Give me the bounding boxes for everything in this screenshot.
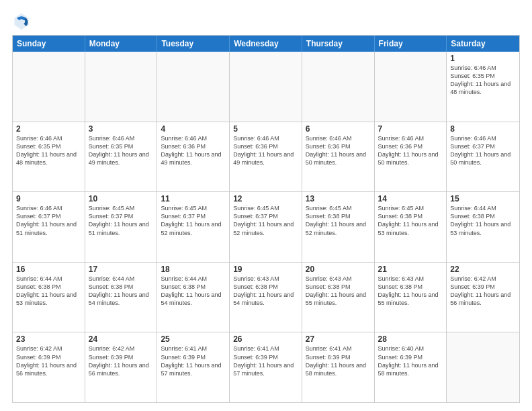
day-number: 14 bbox=[378, 194, 443, 203]
day-number: 27 bbox=[306, 334, 371, 344]
cell-info: Sunrise: 6:40 AM Sunset: 6:39 PM Dayligh… bbox=[378, 345, 443, 377]
day-number: 13 bbox=[306, 194, 371, 203]
cell-info: Sunrise: 6:46 AM Sunset: 6:35 PM Dayligh… bbox=[16, 134, 81, 167]
calendar-cell: 21Sunrise: 6:43 AM Sunset: 6:38 PM Dayli… bbox=[375, 263, 447, 332]
calendar-cell: 3Sunrise: 6:46 AM Sunset: 6:35 PM Daylig… bbox=[85, 122, 158, 192]
cell-info: Sunrise: 6:44 AM Sunset: 6:38 PM Dayligh… bbox=[16, 275, 81, 308]
calendar-cell: 10Sunrise: 6:45 AM Sunset: 6:37 PM Dayli… bbox=[85, 192, 158, 262]
day-number: 25 bbox=[161, 334, 226, 344]
calendar-cell: 25Sunrise: 6:41 AM Sunset: 6:39 PM Dayli… bbox=[157, 332, 230, 402]
cell-info: Sunrise: 6:45 AM Sunset: 6:38 PM Dayligh… bbox=[306, 204, 371, 237]
cell-info: Sunrise: 6:46 AM Sunset: 6:37 PM Dayligh… bbox=[450, 134, 516, 167]
cell-info: Sunrise: 6:46 AM Sunset: 6:35 PM Dayligh… bbox=[89, 134, 154, 167]
cell-info: Sunrise: 6:46 AM Sunset: 6:36 PM Dayligh… bbox=[161, 134, 226, 167]
calendar-cell bbox=[230, 52, 302, 122]
calendar-cell: 15Sunrise: 6:44 AM Sunset: 6:38 PM Dayli… bbox=[447, 192, 519, 262]
cell-info: Sunrise: 6:46 AM Sunset: 6:36 PM Dayligh… bbox=[306, 134, 371, 167]
calendar-cell: 22Sunrise: 6:42 AM Sunset: 6:39 PM Dayli… bbox=[447, 263, 519, 332]
cell-info: Sunrise: 6:44 AM Sunset: 6:38 PM Dayligh… bbox=[450, 204, 516, 237]
day-number: 18 bbox=[161, 265, 226, 274]
header-day-wednesday: Wednesday bbox=[230, 36, 302, 52]
cell-info: Sunrise: 6:46 AM Sunset: 6:36 PM Dayligh… bbox=[233, 134, 298, 167]
day-number: 22 bbox=[450, 265, 516, 274]
cell-info: Sunrise: 6:45 AM Sunset: 6:38 PM Dayligh… bbox=[378, 204, 443, 237]
day-number: 9 bbox=[16, 194, 81, 203]
cell-info: Sunrise: 6:42 AM Sunset: 6:39 PM Dayligh… bbox=[89, 345, 154, 377]
day-number: 15 bbox=[450, 194, 516, 203]
cell-info: Sunrise: 6:46 AM Sunset: 6:36 PM Dayligh… bbox=[378, 134, 443, 167]
calendar-cell: 14Sunrise: 6:45 AM Sunset: 6:38 PM Dayli… bbox=[375, 192, 447, 262]
day-number: 12 bbox=[233, 194, 298, 203]
header-day-thursday: Thursday bbox=[302, 36, 375, 52]
calendar: SundayMondayTuesdayWednesdayThursdayFrid… bbox=[12, 35, 520, 403]
calendar-cell: 7Sunrise: 6:46 AM Sunset: 6:36 PM Daylig… bbox=[375, 122, 447, 192]
day-number: 20 bbox=[306, 265, 371, 274]
day-number: 4 bbox=[161, 124, 226, 134]
logo bbox=[12, 12, 34, 31]
day-number: 26 bbox=[233, 334, 298, 344]
cell-info: Sunrise: 6:43 AM Sunset: 6:38 PM Dayligh… bbox=[378, 275, 443, 308]
day-number: 24 bbox=[89, 334, 154, 344]
calendar-cell: 6Sunrise: 6:46 AM Sunset: 6:36 PM Daylig… bbox=[302, 122, 375, 192]
calendar-cell: 23Sunrise: 6:42 AM Sunset: 6:39 PM Dayli… bbox=[13, 332, 85, 402]
calendar-cell: 5Sunrise: 6:46 AM Sunset: 6:36 PM Daylig… bbox=[230, 122, 302, 192]
cell-info: Sunrise: 6:45 AM Sunset: 6:37 PM Dayligh… bbox=[89, 204, 154, 237]
calendar-cell: 19Sunrise: 6:43 AM Sunset: 6:38 PM Dayli… bbox=[230, 263, 302, 332]
page: SundayMondayTuesdayWednesdayThursdayFrid… bbox=[0, 0, 532, 411]
day-number: 17 bbox=[89, 265, 154, 274]
day-number: 3 bbox=[89, 124, 154, 134]
day-number: 5 bbox=[233, 124, 298, 134]
header bbox=[12, 12, 520, 31]
day-number: 21 bbox=[378, 265, 443, 274]
calendar-cell: 18Sunrise: 6:44 AM Sunset: 6:38 PM Dayli… bbox=[157, 263, 230, 332]
calendar-cell: 4Sunrise: 6:46 AM Sunset: 6:36 PM Daylig… bbox=[157, 122, 230, 192]
calendar-cell: 26Sunrise: 6:41 AM Sunset: 6:39 PM Dayli… bbox=[230, 332, 302, 402]
calendar-cell: 11Sunrise: 6:45 AM Sunset: 6:37 PM Dayli… bbox=[157, 192, 230, 262]
cell-info: Sunrise: 6:43 AM Sunset: 6:38 PM Dayligh… bbox=[306, 275, 371, 308]
day-number: 11 bbox=[161, 194, 226, 203]
header-day-friday: Friday bbox=[375, 36, 447, 52]
calendar-cell: 13Sunrise: 6:45 AM Sunset: 6:38 PM Dayli… bbox=[302, 192, 375, 262]
header-day-monday: Monday bbox=[85, 36, 158, 52]
day-number: 6 bbox=[306, 124, 371, 134]
day-number: 19 bbox=[233, 265, 298, 274]
calendar-cell: 8Sunrise: 6:46 AM Sunset: 6:37 PM Daylig… bbox=[447, 122, 519, 192]
calendar-row-0: 1Sunrise: 6:46 AM Sunset: 6:35 PM Daylig… bbox=[13, 52, 519, 122]
calendar-cell: 12Sunrise: 6:45 AM Sunset: 6:37 PM Dayli… bbox=[230, 192, 302, 262]
cell-info: Sunrise: 6:46 AM Sunset: 6:35 PM Dayligh… bbox=[450, 64, 516, 97]
cell-info: Sunrise: 6:44 AM Sunset: 6:38 PM Dayligh… bbox=[161, 275, 226, 308]
cell-info: Sunrise: 6:41 AM Sunset: 6:39 PM Dayligh… bbox=[233, 345, 298, 377]
calendar-row-1: 2Sunrise: 6:46 AM Sunset: 6:35 PM Daylig… bbox=[13, 122, 519, 192]
calendar-header: SundayMondayTuesdayWednesdayThursdayFrid… bbox=[13, 36, 519, 52]
day-number: 2 bbox=[16, 124, 81, 134]
day-number: 28 bbox=[378, 334, 443, 344]
calendar-cell: 9Sunrise: 6:46 AM Sunset: 6:37 PM Daylig… bbox=[13, 192, 85, 262]
calendar-cell: 28Sunrise: 6:40 AM Sunset: 6:39 PM Dayli… bbox=[375, 332, 447, 402]
calendar-row-3: 16Sunrise: 6:44 AM Sunset: 6:38 PM Dayli… bbox=[13, 262, 519, 332]
calendar-cell: 2Sunrise: 6:46 AM Sunset: 6:35 PM Daylig… bbox=[13, 122, 85, 192]
day-number: 7 bbox=[378, 124, 443, 134]
calendar-cell bbox=[157, 52, 230, 122]
calendar-row-4: 23Sunrise: 6:42 AM Sunset: 6:39 PM Dayli… bbox=[13, 332, 519, 402]
calendar-cell: 1Sunrise: 6:46 AM Sunset: 6:35 PM Daylig… bbox=[447, 52, 519, 122]
calendar-cell bbox=[375, 52, 447, 122]
header-day-tuesday: Tuesday bbox=[157, 36, 230, 52]
cell-info: Sunrise: 6:43 AM Sunset: 6:38 PM Dayligh… bbox=[233, 275, 298, 308]
day-number: 10 bbox=[89, 194, 154, 203]
day-number: 8 bbox=[450, 124, 516, 134]
calendar-cell: 16Sunrise: 6:44 AM Sunset: 6:38 PM Dayli… bbox=[13, 263, 85, 332]
calendar-cell bbox=[85, 52, 158, 122]
cell-info: Sunrise: 6:45 AM Sunset: 6:37 PM Dayligh… bbox=[233, 204, 298, 237]
generalblue-logo-icon bbox=[12, 12, 31, 31]
cell-info: Sunrise: 6:41 AM Sunset: 6:39 PM Dayligh… bbox=[306, 345, 371, 377]
calendar-row-2: 9Sunrise: 6:46 AM Sunset: 6:37 PM Daylig… bbox=[13, 191, 519, 262]
cell-info: Sunrise: 6:44 AM Sunset: 6:38 PM Dayligh… bbox=[89, 275, 154, 308]
calendar-cell: 20Sunrise: 6:43 AM Sunset: 6:38 PM Dayli… bbox=[302, 263, 375, 332]
calendar-cell: 27Sunrise: 6:41 AM Sunset: 6:39 PM Dayli… bbox=[302, 332, 375, 402]
cell-info: Sunrise: 6:41 AM Sunset: 6:39 PM Dayligh… bbox=[161, 345, 226, 377]
calendar-body: 1Sunrise: 6:46 AM Sunset: 6:35 PM Daylig… bbox=[13, 52, 519, 402]
cell-info: Sunrise: 6:42 AM Sunset: 6:39 PM Dayligh… bbox=[450, 275, 516, 308]
day-number: 16 bbox=[16, 265, 81, 274]
calendar-cell bbox=[302, 52, 375, 122]
cell-info: Sunrise: 6:45 AM Sunset: 6:37 PM Dayligh… bbox=[161, 204, 226, 237]
